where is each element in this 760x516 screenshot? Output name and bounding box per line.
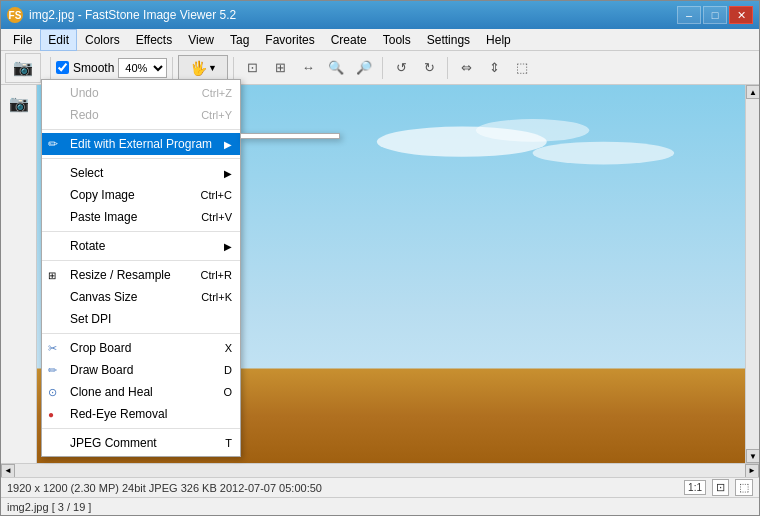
- sep-4: [42, 260, 240, 261]
- menu-bar: File Edit Colors Effects View Tag Favori…: [1, 29, 759, 51]
- rotate-left-btn[interactable]: ↺: [388, 55, 414, 81]
- menu-favorites[interactable]: Favorites: [257, 29, 322, 51]
- menu-item-set-dpi[interactable]: Set DPI: [42, 308, 240, 330]
- smooth-checkbox[interactable]: [56, 61, 69, 74]
- zoom-in-btn[interactable]: 🔍: [323, 55, 349, 81]
- smooth-dropdown[interactable]: 40% 20% 30% 50% 60% 70% 80%: [118, 58, 167, 78]
- right-scrollbar: ▲ ▼: [745, 85, 759, 463]
- fit-btn[interactable]: ⊡: [712, 479, 729, 496]
- scroll-track-h[interactable]: [15, 464, 745, 478]
- edit-external-submenu: [240, 133, 340, 139]
- menu-settings[interactable]: Settings: [419, 29, 478, 51]
- rotate-label: Rotate: [70, 239, 105, 253]
- toolbar-sep-4: [382, 57, 383, 79]
- red-eye-label: Red-Eye Removal: [70, 407, 167, 421]
- menu-item-paste-image[interactable]: Paste Image Ctrl+V: [42, 206, 240, 228]
- maximize-button[interactable]: □: [703, 6, 727, 24]
- resize-label: Resize / Resample: [70, 268, 171, 282]
- menu-file[interactable]: File: [5, 29, 40, 51]
- menu-tag[interactable]: Tag: [222, 29, 257, 51]
- menu-item-jpeg-comment[interactable]: JPEG Comment T: [42, 432, 240, 454]
- redo-shortcut: Ctrl+Y: [181, 109, 232, 121]
- zoom-out-btn[interactable]: 🔎: [351, 55, 377, 81]
- menu-tools[interactable]: Tools: [375, 29, 419, 51]
- fit-window-btn[interactable]: ⊡: [239, 55, 265, 81]
- toolbar-sep-1: [50, 57, 51, 79]
- toolbar-sep-2: [172, 57, 173, 79]
- draw-icon: ✏: [48, 364, 57, 377]
- camera-side-btn[interactable]: 📷: [5, 89, 33, 117]
- flip-v-btn[interactable]: ⇕: [481, 55, 507, 81]
- undo-shortcut: Ctrl+Z: [182, 87, 232, 99]
- fit-width-btn[interactable]: ↔: [295, 55, 321, 81]
- crop-btn[interactable]: ⬚: [509, 55, 535, 81]
- zoom-ratio: 1:1: [684, 480, 706, 495]
- menu-item-draw-board[interactable]: ✏ Draw Board D: [42, 359, 240, 381]
- menu-item-canvas-size[interactable]: Canvas Size Ctrl+K: [42, 286, 240, 308]
- clone-heal-label: Clone and Heal: [70, 385, 153, 399]
- scroll-up-btn[interactable]: ▲: [746, 85, 759, 99]
- image-info: 1920 x 1200 (2.30 MP) 24bit JPEG 326 KB …: [7, 482, 322, 494]
- menu-colors[interactable]: Colors: [77, 29, 128, 51]
- menu-effects[interactable]: Effects: [128, 29, 180, 51]
- edit-external-arrow: ▶: [224, 139, 232, 150]
- minimize-button[interactable]: –: [677, 6, 701, 24]
- main-window: FS img2.jpg - FastStone Image Viewer 5.2…: [0, 0, 760, 516]
- menu-help[interactable]: Help: [478, 29, 519, 51]
- select-arrow: ▶: [224, 168, 232, 179]
- scroll-right-btn[interactable]: ►: [745, 464, 759, 478]
- sep-5: [42, 333, 240, 334]
- menu-item-undo[interactable]: Undo Ctrl+Z: [42, 82, 240, 104]
- undo-label: Undo: [70, 86, 99, 100]
- redo-label: Redo: [70, 108, 99, 122]
- zoom-in-icon: 🔍: [328, 60, 344, 75]
- crop-toolbar-icon: ⬚: [516, 60, 528, 75]
- close-button[interactable]: ✕: [729, 6, 753, 24]
- actual-size-icon: ⊞: [275, 60, 286, 75]
- rotate-arrow: ▶: [224, 241, 232, 252]
- scroll-down-btn[interactable]: ▼: [746, 449, 759, 463]
- canvas-size-label: Canvas Size: [70, 290, 137, 304]
- crop-icon: ✂: [48, 342, 57, 355]
- rotate-right-btn[interactable]: ↻: [416, 55, 442, 81]
- scroll-track-v[interactable]: [746, 99, 759, 449]
- paste-image-label: Paste Image: [70, 210, 137, 224]
- hand-tool-btn[interactable]: 🖐 ▼: [178, 55, 228, 81]
- menu-item-resize-resample[interactable]: ⊞ Resize / Resample Ctrl+R: [42, 264, 240, 286]
- rotate-right-icon: ↻: [424, 60, 435, 75]
- menu-item-rotate[interactable]: Rotate ▶: [42, 235, 240, 257]
- svg-point-3: [533, 142, 675, 165]
- bottom-scrollbar: ◄ ►: [1, 463, 759, 477]
- actual-size-btn[interactable]: ⊞: [267, 55, 293, 81]
- menu-item-clone-heal[interactable]: ⊙ Clone and Heal O: [42, 381, 240, 403]
- flip-h-icon: ⇔: [461, 60, 472, 75]
- copy-image-label: Copy Image: [70, 188, 135, 202]
- menu-item-redo[interactable]: Redo Ctrl+Y: [42, 104, 240, 126]
- camera-side-icon: 📷: [9, 94, 29, 113]
- menu-item-select[interactable]: Select ▶: [42, 162, 240, 184]
- crop-board-label: Crop Board: [70, 341, 131, 355]
- menu-item-copy-image[interactable]: Copy Image Ctrl+C: [42, 184, 240, 206]
- flip-h-btn[interactable]: ⇔: [453, 55, 479, 81]
- sep-3: [42, 231, 240, 232]
- smooth-label: Smooth: [73, 61, 114, 75]
- clone-heal-shortcut: O: [203, 386, 232, 398]
- menu-create[interactable]: Create: [323, 29, 375, 51]
- camera-icon: 📷: [13, 58, 33, 77]
- scroll-left-btn[interactable]: ◄: [1, 464, 15, 478]
- canvas-size-shortcut: Ctrl+K: [181, 291, 232, 303]
- menu-item-red-eye[interactable]: ● Red-Eye Removal: [42, 403, 240, 425]
- menu-edit[interactable]: Edit: [40, 29, 77, 51]
- left-sidebar: 📷: [1, 85, 37, 463]
- menu-item-crop-board[interactable]: ✂ Crop Board X: [42, 337, 240, 359]
- menu-item-edit-external[interactable]: ✏ Edit with External Program ▶: [42, 133, 240, 155]
- edit-external-label: Edit with External Program: [70, 137, 212, 151]
- clone-icon: ⊙: [48, 386, 57, 399]
- filename-bar: img2.jpg [ 3 / 19 ]: [1, 497, 759, 515]
- window-controls: – □ ✕: [677, 6, 753, 24]
- select-label: Select: [70, 166, 103, 180]
- toolbar-sep-5: [447, 57, 448, 79]
- title-bar-left: FS img2.jpg - FastStone Image Viewer 5.2: [7, 7, 236, 23]
- fullscreen-btn[interactable]: ⬚: [735, 479, 753, 496]
- menu-view[interactable]: View: [180, 29, 222, 51]
